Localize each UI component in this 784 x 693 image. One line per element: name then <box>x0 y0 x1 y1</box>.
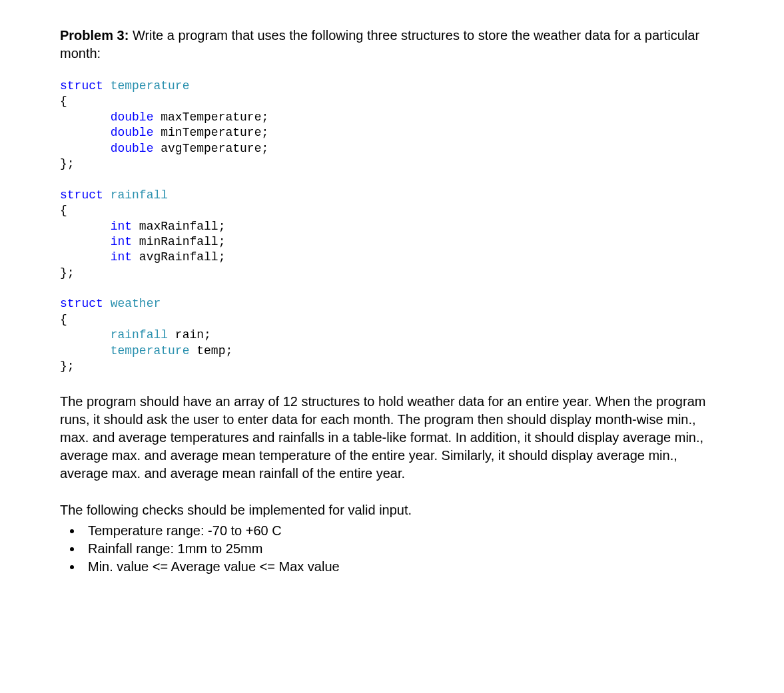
brace-open: { <box>60 204 67 217</box>
brace-close: }; <box>60 266 75 280</box>
list-item: Min. value <= Average value <= Max value <box>83 558 724 576</box>
checks-intro: The following checks should be implement… <box>60 501 724 519</box>
typename-temperature-ref: temperature <box>111 344 190 357</box>
list-item: Temperature range: -70 to +60 C <box>83 522 724 540</box>
keyword-double: double <box>111 142 154 155</box>
problem-header: Problem 3: Write a program that uses the… <box>60 27 724 63</box>
ident-mintemperature: minTemperature; <box>153 126 268 139</box>
ident-maxrainfall: maxRainfall; <box>132 220 225 233</box>
keyword-int: int <box>111 220 132 233</box>
ident-rain: rain; <box>168 328 211 342</box>
ident-minrainfall: minRainfall; <box>132 235 225 248</box>
problem-intro-text: Write a program that uses the following … <box>60 28 699 61</box>
brace-open: { <box>60 313 67 326</box>
ident-temp: temp; <box>189 344 232 357</box>
typename-temperature: temperature <box>111 79 190 93</box>
ident-avgtemperature: avgTemperature; <box>153 142 268 155</box>
typename-weather: weather <box>111 297 161 310</box>
problem-label: Problem 3: <box>60 28 129 43</box>
brace-close: }; <box>60 359 75 373</box>
list-item: Rainfall range: 1mm to 25mm <box>83 540 724 558</box>
keyword-struct: struct <box>60 79 103 93</box>
ident-avgrainfall: avgRainfall; <box>132 250 225 264</box>
typename-rainfall-ref: rainfall <box>111 328 168 342</box>
description-paragraph: The program should have an array of 12 s… <box>60 393 724 483</box>
keyword-double: double <box>111 126 154 139</box>
brace-close: }; <box>60 157 75 170</box>
keyword-int: int <box>111 250 132 264</box>
ident-maxtemperature: maxTemperature; <box>153 111 268 124</box>
code-block: struct temperature { double maxTemperatu… <box>60 79 724 374</box>
keyword-struct: struct <box>60 297 103 310</box>
keyword-int: int <box>111 235 132 248</box>
brace-open: { <box>60 95 67 108</box>
typename-rainfall: rainfall <box>111 188 168 202</box>
keyword-struct: struct <box>60 188 103 202</box>
keyword-double: double <box>111 111 154 124</box>
checks-list: Temperature range: -70 to +60 C Rainfall… <box>83 522 724 576</box>
